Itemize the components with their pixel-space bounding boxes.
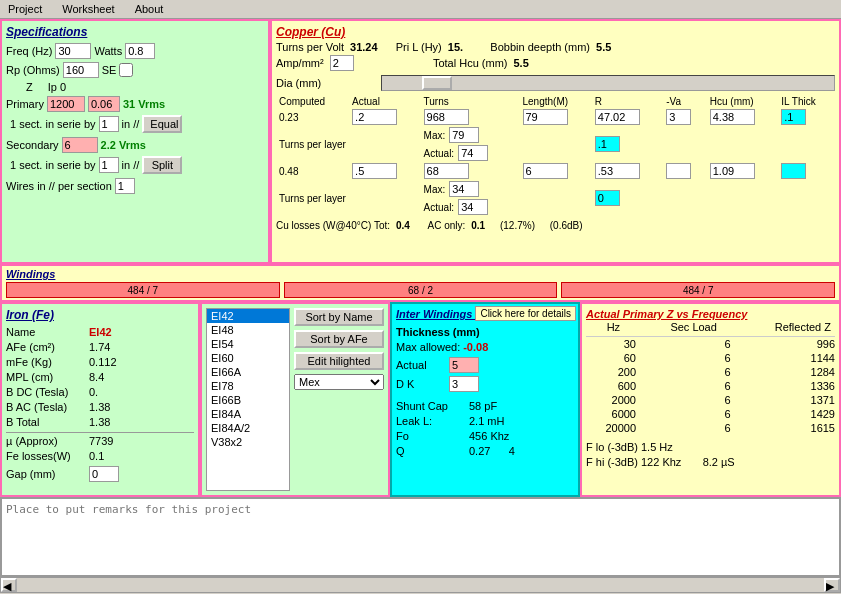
tpl2-label: Turns per layer (276, 180, 421, 216)
row1-il-input[interactable] (781, 109, 806, 125)
core-item[interactable]: EI54 (207, 337, 289, 351)
scroll-right-btn[interactable]: ▶ (824, 578, 840, 592)
il2-input[interactable] (595, 136, 620, 152)
actual2-input[interactable] (458, 199, 488, 215)
row2-il-input[interactable] (781, 163, 806, 179)
actual-iw-input[interactable] (449, 357, 479, 373)
remarks-textarea[interactable] (6, 503, 835, 571)
core-item[interactable]: EI66B (207, 393, 289, 407)
max2-input[interactable] (449, 181, 479, 197)
row1-computed: 0.23 (276, 108, 349, 126)
secondary-input[interactable] (62, 137, 98, 153)
winding-bar-2: 68 / 2 (284, 282, 558, 298)
sect-serie-input[interactable] (99, 116, 119, 132)
core-item[interactable]: EI42 (207, 309, 289, 323)
row1-va-input[interactable] (666, 109, 691, 125)
max-label1: Max: (424, 130, 446, 141)
shunt-cap-val: 58 pF (469, 400, 497, 412)
secondary-vrms: 2.2 Vrms (101, 139, 146, 151)
col-turns: Turns (421, 95, 520, 108)
remarks-panel (0, 497, 841, 577)
equal-button[interactable]: Equal (142, 115, 182, 133)
row1-actual-input[interactable] (352, 109, 397, 125)
core-item[interactable]: EI66A (207, 365, 289, 379)
freq-label: Freq (Hz) (6, 45, 52, 57)
row2-r-input[interactable] (595, 163, 640, 179)
click-details-btn[interactable]: Click here for details (475, 306, 576, 321)
ac-only-label: AC only: (427, 220, 465, 231)
z-table: Hz Sec Load Reflected Z (586, 320, 835, 334)
actual-iw-label: Actual (396, 359, 446, 371)
iron-title: Iron (Fe) (6, 308, 194, 322)
core-item[interactable]: EI60 (207, 351, 289, 365)
wires-input[interactable] (115, 178, 135, 194)
h-scrollbar[interactable]: ◀ ▶ (0, 577, 841, 593)
core-item[interactable]: EI48 (207, 323, 289, 337)
actual1-input[interactable] (458, 145, 488, 161)
row1-turns-input[interactable] (424, 109, 469, 125)
dk-input[interactable] (449, 376, 479, 392)
sect2-serie-input[interactable] (99, 157, 119, 173)
rp-input[interactable] (63, 62, 99, 78)
fhi-label: F hi (-3dB) (586, 456, 638, 468)
col-r: R (592, 95, 663, 108)
row2-turns-input[interactable] (424, 163, 469, 179)
primary-z-input[interactable] (47, 96, 85, 112)
col-length: Length(M) (520, 95, 592, 108)
fe-losses-label: Fe losses(W) (6, 450, 86, 462)
core-type-select[interactable]: Mex Std (294, 374, 384, 390)
z-label: Z (26, 81, 33, 93)
z-row-0: 30 6 996 (586, 336, 835, 351)
core-selector-panel: EI42EI48EI54EI60EI66AEI78EI66BEI84AEI84A… (200, 302, 390, 497)
core-item[interactable]: EI84A (207, 407, 289, 421)
row2-length-input[interactable] (523, 163, 568, 179)
copper-table: Computed Actual Turns Length(M) R -Va Hc… (276, 95, 835, 216)
thickness-label: Thickness (mm) (396, 326, 480, 338)
edit-hilighted-button[interactable]: Edit hilighted (294, 352, 384, 370)
se-checkbox[interactable] (119, 63, 133, 77)
step-val: 8.2 µS (703, 456, 735, 468)
copper-title: Copper (Cu) (276, 25, 835, 39)
iron-panel: Iron (Fe) Name EI42 AFe (cm²) 1.74 mFe (… (0, 302, 200, 497)
row1-length-input[interactable] (523, 109, 568, 125)
max1-input[interactable] (449, 127, 479, 143)
amp-mm2-input[interactable] (330, 55, 354, 71)
menu-project[interactable]: Project (4, 2, 46, 16)
row2-actual-input[interactable] (352, 163, 397, 179)
dia-label: Dia (mm) (276, 77, 321, 89)
row2-hcu-input[interactable] (710, 163, 755, 179)
split-button[interactable]: Split (142, 156, 182, 174)
row1-r-input[interactable] (595, 109, 640, 125)
windings-title: Windings (6, 268, 835, 280)
col-il: IL Thick (778, 95, 835, 108)
core-item[interactable]: EI78 (207, 379, 289, 393)
primary-ip-input[interactable] (88, 96, 120, 112)
primary-label: Primary (6, 98, 44, 110)
gap-input[interactable] (89, 466, 119, 482)
q-val: 0.27 (469, 445, 490, 457)
core-item[interactable]: V38x2 (207, 435, 289, 449)
fo-val: 456 Khz (469, 430, 509, 442)
winding-bar-1: 484 / 7 (6, 282, 280, 298)
scroll-left-btn[interactable]: ◀ (1, 578, 17, 592)
turns-per-volt-val: 31.24 (350, 41, 378, 53)
z-row-6: 20000 6 1615 (586, 421, 835, 435)
il3-input[interactable] (595, 190, 620, 206)
ip-label: Ip 0 (48, 81, 66, 93)
core-listbox[interactable]: EI42EI48EI54EI60EI66AEI78EI66BEI84AEI84A… (206, 308, 290, 491)
in-parallel-label: in // (122, 118, 140, 130)
menu-about[interactable]: About (131, 2, 168, 16)
total-hcu-val: 5.5 (513, 57, 528, 69)
core-item[interactable]: EI84A/2 (207, 421, 289, 435)
row1-hcu-input[interactable] (710, 109, 755, 125)
watts-input[interactable] (125, 43, 155, 59)
q-val2: 4 (509, 445, 515, 457)
btotal-label: B Total (6, 416, 86, 428)
freq-input[interactable] (55, 43, 91, 59)
mpl-label: MPL (cm) (6, 371, 86, 383)
sort-by-afe-button[interactable]: Sort by AFe (294, 330, 384, 348)
col-actual: Actual (349, 95, 420, 108)
sort-by-name-button[interactable]: Sort by Name (294, 308, 384, 326)
menu-worksheet[interactable]: Worksheet (58, 2, 118, 16)
row2-va-input[interactable] (666, 163, 691, 179)
